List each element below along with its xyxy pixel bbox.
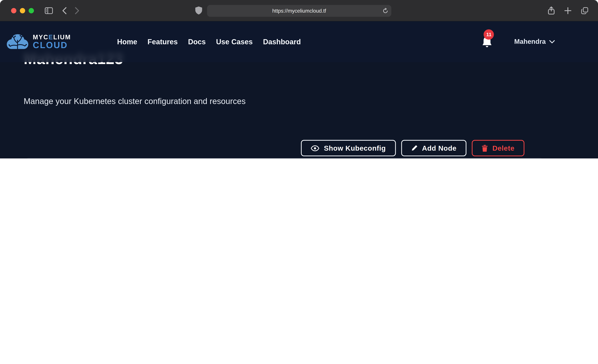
notifications-button[interactable]: 11 [482, 36, 493, 48]
pencil-icon [411, 145, 417, 151]
show-kubeconfig-button[interactable]: Show Kubeconfig [301, 140, 396, 156]
notification-badge: 11 [484, 29, 494, 40]
chevron-down-icon [549, 40, 555, 43]
forward-button[interactable] [71, 4, 83, 17]
zoom-window-button[interactable] [29, 8, 34, 13]
page-subtitle: Manage your Kubernetes cluster configura… [24, 97, 245, 106]
address-bar[interactable]: https://myceliumcloud.tf [207, 5, 391, 17]
cluster-actions-toolbar: Show Kubeconfig Add Node Delete [301, 140, 524, 156]
cluster-details-card: Project Name Mahendra123 Created 10/29/2… [25, 158, 544, 158]
reload-icon[interactable] [382, 8, 388, 14]
share-icon[interactable] [545, 4, 557, 17]
browser-window: https://myceliumcloud.tf Mahendra123 Man… [0, 0, 598, 158]
delete-cluster-button[interactable]: Delete [472, 140, 524, 156]
traffic-lights [11, 8, 34, 13]
brand-logo[interactable]: MYCELIUM CLOUD [6, 33, 71, 50]
brand-wordmark: MYCELIUM CLOUD [33, 34, 71, 50]
browser-chrome: https://myceliumcloud.tf [0, 0, 598, 21]
trash-icon [482, 145, 488, 151]
delete-label: Delete [492, 144, 515, 152]
privacy-shield-icon[interactable] [195, 7, 202, 14]
nav-docs[interactable]: Docs [188, 38, 206, 46]
user-menu[interactable]: Mahendra [514, 38, 555, 46]
main-nav: Home Features Docs Use Cases Dashboard [117, 38, 301, 46]
add-node-label: Add Node [422, 144, 457, 152]
site-header: MYCELIUM CLOUD Home Features Docs Use Ca… [0, 21, 598, 62]
eye-icon [311, 145, 319, 151]
new-tab-icon[interactable] [561, 4, 574, 17]
nav-features[interactable]: Features [148, 38, 178, 46]
tab-overview-icon[interactable] [578, 4, 591, 17]
url-text: https://myceliumcloud.tf [272, 8, 326, 14]
back-button[interactable] [58, 4, 71, 17]
nav-home[interactable]: Home [117, 38, 137, 46]
mycelium-cloud-logo-icon [6, 33, 29, 50]
nav-use-cases[interactable]: Use Cases [216, 38, 253, 46]
minimize-window-button[interactable] [20, 8, 25, 13]
sidebar-toggle-icon[interactable] [42, 4, 55, 17]
show-kubeconfig-label: Show Kubeconfig [324, 144, 386, 152]
user-name: Mahendra [514, 38, 546, 46]
nav-dashboard[interactable]: Dashboard [263, 38, 301, 46]
web-page: Mahendra123 Manage your Kubernetes clust… [0, 21, 598, 158]
add-node-button[interactable]: Add Node [401, 140, 466, 156]
close-window-button[interactable] [11, 8, 17, 13]
